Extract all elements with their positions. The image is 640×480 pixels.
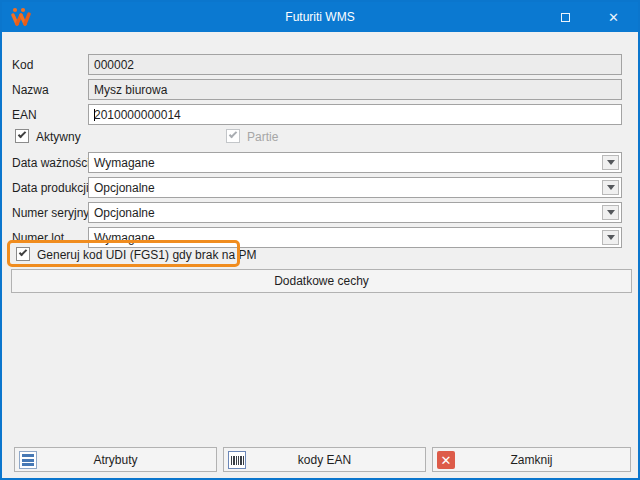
zamknij-button-label: Zamknij [510,453,552,467]
zamknij-button[interactable]: ✕ Zamknij [432,447,631,472]
atrybuty-button-label: Atrybuty [93,453,137,467]
numer-seryjny-value: Opcjonalne [94,206,155,220]
partie-label: Partie [247,130,278,144]
maximize-icon [561,13,570,22]
data-waznosci-label: Data ważności [12,156,90,170]
kody-ean-button[interactable]: kody EAN [223,447,426,472]
check-icon [19,248,27,256]
numer-seryjny-dropdown[interactable]: Opcjonalne [88,202,622,223]
data-produkcji-value: Opcjonalne [94,181,155,195]
kody-ean-button-label: kody EAN [298,453,351,467]
numer-lot-dropdown[interactable]: Wymagane [88,227,622,248]
chevron-down-icon[interactable] [602,180,619,195]
nazwa-label: Nazwa [12,83,49,97]
aktywny-label: Aktywny [36,130,81,144]
maximize-button[interactable] [543,2,588,32]
aktywny-checkbox[interactable] [15,129,29,143]
close-button[interactable]: ✕ [591,2,636,32]
udi-label: Generuj kod UDI (FGS1) gdy brak na PM [37,248,256,262]
numer-lot-label: Numer lot [12,231,64,245]
nazwa-field[interactable]: Mysz biurowa [88,79,622,100]
chevron-down-icon[interactable] [602,155,619,170]
app-window: Futuriti WMS ✕ Kod 000002 Nazwa Mysz biu… [0,0,640,480]
numer-seryjny-label: Numer seryjny [12,206,89,220]
title-bar[interactable]: Futuriti WMS ✕ [2,2,638,32]
chevron-down-icon[interactable] [602,205,619,220]
barcode-icon [228,451,246,469]
atrybuty-button[interactable]: Atrybuty [14,447,217,472]
kod-field[interactable]: 000002 [88,54,622,75]
close-red-icon: ✕ [437,451,455,469]
data-produkcji-label: Data produkcji [12,181,89,195]
chevron-down-icon[interactable] [602,230,619,245]
numer-lot-value: Wymagane [94,231,155,245]
kod-label: Kod [12,58,33,72]
dodatkowe-cechy-button[interactable]: Dodatkowe cechy [11,269,632,293]
partie-checkbox [226,129,240,143]
list-icon [19,451,37,469]
data-waznosci-dropdown[interactable]: Wymagane [88,152,622,173]
data-waznosci-value: Wymagane [94,156,155,170]
udi-checkbox[interactable] [16,247,30,261]
check-icon [18,130,26,138]
ean-value: 2010000000014 [94,108,181,122]
check-icon [229,130,237,138]
data-produkcji-dropdown[interactable]: Opcjonalne [88,177,622,198]
ean-label: EAN [12,108,37,122]
ean-field[interactable]: 2010000000014 [88,104,622,125]
